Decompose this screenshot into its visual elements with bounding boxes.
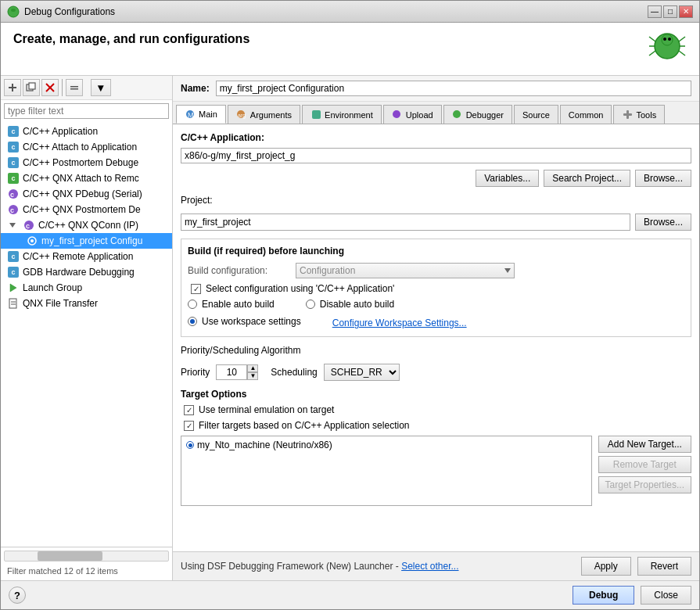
filter-targets-checkbox[interactable]	[184, 421, 194, 431]
header: Create, manage, and run configurations	[1, 23, 699, 76]
tree-item-qnx-file[interactable]: QNX File Transfer	[1, 296, 172, 311]
variables-button[interactable]: Variables...	[476, 170, 539, 187]
debugger-tab-icon	[452, 109, 463, 120]
workspace-row: Use workspace settings Configure Workspa…	[188, 316, 684, 330]
sidebar-toolbar: ▾	[1, 76, 172, 100]
svg-text:c: c	[26, 222, 30, 230]
target-list: my_Nto_machine (Neutrino/x86)	[181, 436, 592, 506]
build-config-value: Configuration	[300, 265, 355, 276]
browse-project-button[interactable]: Browse...	[635, 214, 691, 231]
configure-workspace-link[interactable]: Configure Workspace Settings...	[332, 318, 467, 328]
svg-marker-28	[10, 284, 16, 292]
qnx-pdebug-label: C/C++ QNX PDebug (Serial)	[23, 188, 142, 199]
filter-input[interactable]	[4, 103, 169, 119]
tree-item-qnx-postmortem[interactable]: c C/C++ QNX Postmortem De	[1, 202, 172, 217]
cpp-attach-icon: c	[7, 141, 20, 153]
tab-debugger-label: Debugger	[466, 110, 504, 120]
tree-item-cpp-attach[interactable]: c C/C++ Attach to Application	[1, 139, 172, 155]
search-project-button[interactable]: Search Project...	[544, 170, 630, 187]
priority-row: Priority/Scheduling Algorithm	[181, 345, 691, 356]
tab-upload[interactable]: Upload	[383, 105, 442, 124]
svg-rect-36	[312, 110, 321, 119]
target-radio	[186, 441, 194, 449]
tree-item-gdb[interactable]: c GDB Hardware Debugging	[1, 264, 172, 280]
target-properties-button[interactable]: Target Properties...	[598, 476, 691, 493]
help-button[interactable]: ?	[9, 587, 26, 604]
tree-item-qnx-attach[interactable]: c C/C++ QNX Attach to Remc	[1, 170, 172, 186]
target-item[interactable]: my_Nto_machine (Neutrino/x86)	[183, 438, 590, 452]
scheduling-dropdown-wrapper: SCHED_RR	[324, 364, 400, 381]
use-workspace-radio[interactable]	[188, 317, 197, 326]
close-window-button[interactable]: ✕	[679, 5, 693, 18]
minimize-button[interactable]: —	[648, 5, 662, 18]
apply-button[interactable]: Apply	[581, 557, 631, 576]
spacer	[84, 79, 89, 96]
main-content: ▾ c C/C++ Application c C/C++ Attach to …	[1, 76, 699, 580]
qconn-label: C/C++ QNX QConn (IP)	[38, 220, 138, 231]
titlebar-left: Debug Configurations	[7, 5, 115, 18]
tab-common[interactable]: Common	[560, 105, 612, 124]
priority-spinner: ▲ ▼	[216, 364, 258, 380]
tree-item-qconn[interactable]: c C/C++ QNX QConn (IP)	[1, 217, 172, 233]
right-panel: Name: M Main arg Argumen	[173, 76, 699, 580]
tree-item-cpp-postmortem[interactable]: c C/C++ Postmortem Debuge	[1, 155, 172, 170]
svg-text:c: c	[10, 206, 14, 214]
build-section: Build (if required) before launching Bui…	[181, 239, 691, 337]
tab-source[interactable]: Source	[514, 105, 558, 124]
debug-button[interactable]: Debug	[573, 586, 634, 605]
tab-debugger[interactable]: Debugger	[443, 105, 512, 124]
app-path-input[interactable]	[181, 148, 691, 163]
cpp-postmortem-icon: c	[7, 156, 20, 169]
terminal-emulation-checkbox[interactable]	[184, 405, 194, 415]
disable-auto-build-radio[interactable]	[306, 300, 315, 309]
remove-target-button[interactable]: Remove Target	[598, 456, 691, 473]
dropdown-arrow-icon	[504, 268, 511, 273]
delete-config-button[interactable]	[41, 79, 59, 96]
collapse-all-button[interactable]	[66, 79, 83, 96]
more-button[interactable]: ▾	[91, 79, 111, 96]
browse-app-button[interactable]: Browse...	[635, 170, 691, 187]
tab-environment[interactable]: Environment	[302, 105, 382, 124]
select-config-checkbox[interactable]	[191, 284, 201, 294]
spinner-buttons: ▲ ▼	[247, 364, 258, 380]
svg-rect-13	[12, 84, 13, 92]
tab-arguments[interactable]: arg Arguments	[228, 105, 300, 124]
new-config-button[interactable]	[4, 79, 21, 96]
qconn-icon: c	[23, 219, 35, 231]
name-label: Name:	[181, 83, 210, 94]
tab-main[interactable]: M Main	[176, 105, 226, 124]
tree-item-cpp-app[interactable]: c C/C++ Application	[1, 124, 172, 139]
tab-upload-label: Upload	[406, 110, 433, 120]
cpp-attach-label: C/C++ Attach to Application	[23, 142, 137, 152]
priority-up-button[interactable]: ▲	[247, 364, 258, 372]
build-config-dropdown[interactable]: Configuration	[296, 263, 515, 278]
sidebar-scrollbar[interactable]	[4, 551, 169, 562]
tree-item-launch-group[interactable]: Launch Group	[1, 280, 172, 296]
tree-item-qnx-pdebug[interactable]: c C/C++ QNX PDebug (Serial)	[1, 186, 172, 202]
right-panel-wrapper: Name: M Main arg Argumen	[173, 76, 699, 580]
duplicate-config-button[interactable]	[23, 79, 40, 96]
app-path-row	[181, 148, 691, 163]
upload-tab-icon	[392, 109, 403, 120]
maximize-button[interactable]: □	[663, 5, 677, 18]
revert-button[interactable]: Revert	[637, 557, 691, 576]
svg-rect-18	[70, 86, 78, 88]
filter-targets-row: Filter targets based on C/C++ Applicatio…	[181, 420, 691, 431]
target-icon	[26, 235, 38, 247]
args-tab-icon: arg	[236, 109, 247, 120]
priority-input[interactable]	[216, 364, 247, 380]
tree-item-my-config[interactable]: my_first_project Configu	[1, 233, 172, 249]
close-dialog-button[interactable]: Close	[641, 586, 691, 605]
tab-tools[interactable]: Tools	[613, 105, 665, 124]
tree-item-remote[interactable]: c C/C++ Remote Application	[1, 249, 172, 264]
titlebar-buttons: — □ ✕	[648, 5, 693, 18]
use-workspace-row: Use workspace settings	[188, 316, 301, 327]
select-other-link[interactable]: Select other...	[401, 561, 458, 572]
project-input[interactable]	[181, 214, 630, 231]
priority-down-button[interactable]: ▼	[247, 372, 258, 380]
name-input[interactable]	[216, 81, 691, 96]
svg-point-38	[453, 110, 461, 118]
add-target-button[interactable]: Add New Target...	[598, 436, 691, 453]
enable-auto-build-radio[interactable]	[188, 300, 197, 309]
scheduling-select[interactable]: SCHED_RR	[324, 364, 400, 381]
